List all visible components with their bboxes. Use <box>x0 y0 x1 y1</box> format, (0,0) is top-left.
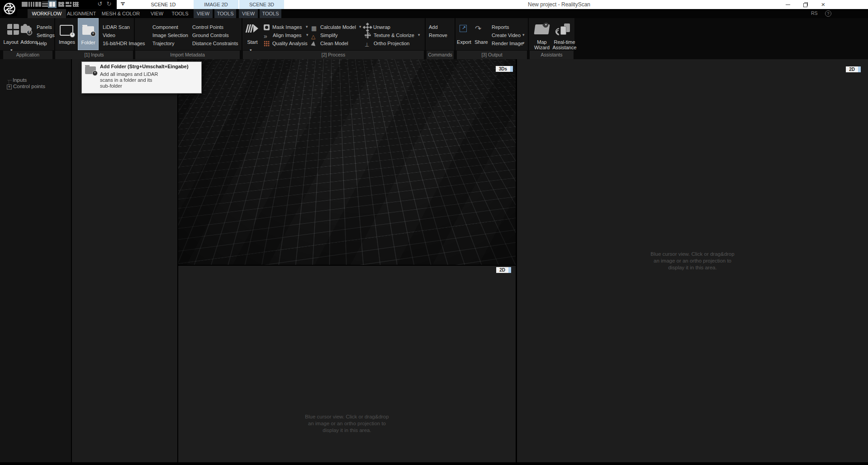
start-dropdown-icon[interactable] <box>250 45 255 50</box>
view-mode-tag-2d[interactable]: 2D <box>496 267 511 273</box>
tab-view[interactable]: VIEW <box>148 9 166 18</box>
drop-hint-text: Blue cursor view. Click or drag&drop an … <box>178 413 516 434</box>
section-divider <box>425 18 426 50</box>
add-images-button[interactable]: Images <box>57 39 77 45</box>
tab-tools[interactable]: TOOLS <box>170 9 190 18</box>
trajectory-button[interactable]: Trajectory <box>152 40 175 47</box>
tab-scene-3d[interactable]: SCENE 3D <box>239 0 284 9</box>
align-images-button[interactable]: Align Images <box>264 32 311 39</box>
minimize-button[interactable] <box>781 0 795 9</box>
chevron-down-icon[interactable] <box>522 33 527 38</box>
simplify-button[interactable]: Simplify <box>311 32 338 39</box>
tab-alignment[interactable]: ALIGNMENT <box>67 9 96 18</box>
add-command-button[interactable]: Add <box>429 24 438 30</box>
layout-preset-rows-icon[interactable] <box>42 2 48 7</box>
ground-controls-button[interactable]: Ground Controls <box>192 32 229 38</box>
tab-tools-image2d[interactable]: TOOLS <box>214 9 236 18</box>
tab-image-2d[interactable]: IMAGE 2D <box>194 0 238 9</box>
remove-command-button[interactable]: Remove <box>429 32 447 38</box>
addons-button[interactable]: Addons <box>19 39 39 45</box>
panels-button[interactable]: Panels <box>37 24 52 30</box>
view-mode-tag-2d-right[interactable]: 2D <box>846 66 861 72</box>
redo-icon[interactable] <box>105 0 113 8</box>
layout-preset-grid-icon[interactable] <box>58 2 64 7</box>
layout-icon[interactable] <box>7 24 19 35</box>
layout-preset-selected[interactable] <box>48 0 57 8</box>
tab-scene-1d[interactable]: SCENE 1D <box>136 0 191 9</box>
reports-button[interactable]: Reports <box>492 24 509 30</box>
control-points-button[interactable]: Control Points <box>192 24 223 30</box>
mask-images-button[interactable]: Mask Images <box>264 23 310 31</box>
view-mode-tag-3ds[interactable]: 3Ds <box>496 66 513 72</box>
button-label: Simplify <box>320 33 338 38</box>
help-button[interactable]: Help <box>37 40 47 47</box>
right-2d-view[interactable]: 2D Blue cursor view. Click or drag&drop … <box>517 59 868 462</box>
image-selection-button[interactable]: Image Selection <box>152 32 188 38</box>
close-button[interactable] <box>816 0 830 9</box>
tab-tools-scene3d[interactable]: TOOLS <box>260 9 281 18</box>
addons-puzzle-icon[interactable] <box>21 26 30 33</box>
share-button[interactable]: Share <box>473 39 489 45</box>
quality-analysis-button[interactable]: Quality Analysis <box>264 40 308 47</box>
tree-item-inputs[interactable]: Inputs <box>13 77 27 83</box>
expand-icon[interactable] <box>7 85 12 89</box>
clean-model-button[interactable]: Clean Model <box>311 40 348 47</box>
chevron-down-icon[interactable] <box>306 33 311 38</box>
chevron-down-icon[interactable] <box>306 24 310 30</box>
render-image-button[interactable]: Render Image <box>492 40 527 47</box>
section-label-output: [3] Output <box>457 51 527 59</box>
unwrap-button[interactable]: Unwrap <box>365 23 390 31</box>
help-icon[interactable] <box>825 10 831 17</box>
tab-workflow[interactable]: WORKFLOW <box>28 9 66 18</box>
scene-3d-view[interactable]: 3Ds <box>178 59 516 265</box>
export-button[interactable]: Export <box>454 39 474 45</box>
settings-button[interactable]: Settings <box>37 32 55 38</box>
export-icon[interactable] <box>460 25 467 32</box>
chevron-down-icon[interactable] <box>359 24 364 30</box>
inputs-list-panel[interactable] <box>72 59 177 462</box>
hdr-images-button[interactable]: 16-bit/HDR Images <box>103 40 145 47</box>
tooltip-line: Add all images and LiDAR <box>100 71 158 77</box>
customize-toolbar-icon[interactable] <box>120 1 125 8</box>
calculate-model-button[interactable]: Calculate Model <box>311 23 364 31</box>
add-images-icon[interactable] <box>60 25 73 36</box>
layout-preset-two-pane-icon[interactable] <box>35 2 41 7</box>
layout-preset-single-icon[interactable] <box>22 2 28 7</box>
scene-tree-panel[interactable]: Inputs Control points <box>0 59 71 462</box>
realtime-assistance-icon[interactable] <box>556 23 570 35</box>
chevron-down-icon[interactable] <box>522 41 527 46</box>
realityscan-logo-icon[interactable] <box>1 1 18 16</box>
map-wizard-button[interactable]: MapWizard <box>531 39 553 50</box>
layout-preset-mixed-icon[interactable] <box>66 2 71 7</box>
distance-constraints-button[interactable]: Distance Constraints <box>192 40 238 47</box>
start-icon[interactable] <box>247 23 258 33</box>
layout-preset-columns-icon[interactable] <box>28 2 34 7</box>
tab-view-image2d[interactable]: VIEW <box>194 9 213 18</box>
lidar-scan-button[interactable]: LiDAR Scan <box>103 24 130 30</box>
account-badge[interactable]: RS <box>811 10 818 16</box>
realtime-assistance-button[interactable]: Real-timeAssistance <box>552 39 577 50</box>
create-video-button[interactable]: Create Video <box>492 32 527 39</box>
share-icon[interactable] <box>475 24 481 30</box>
tab-view-scene3d[interactable]: VIEW <box>239 9 258 18</box>
layout-preset-dense-grid-icon[interactable] <box>73 2 79 7</box>
tab-mesh-color[interactable]: MESH & COLOR <box>100 9 142 18</box>
button-label: Create Video <box>492 33 521 38</box>
layout-button[interactable]: Layout <box>1 39 21 45</box>
texture-colorize-button[interactable]: Texture & Colorize <box>365 32 422 39</box>
image-2d-view[interactable]: 2D Blue cursor view. Click or drag&drop … <box>178 266 516 462</box>
clean-model-icon <box>311 41 316 46</box>
restore-button[interactable] <box>798 0 812 9</box>
map-wizard-icon[interactable] <box>534 24 550 34</box>
title-bar: SCENE 1D IMAGE 2D SCENE 3D New project -… <box>0 0 868 9</box>
component-button[interactable]: Component <box>152 24 178 30</box>
chevron-down-icon[interactable] <box>418 33 422 38</box>
ortho-projection-button[interactable]: Ortho Projection <box>365 40 409 47</box>
layout-dropdown-icon[interactable] <box>10 45 16 50</box>
mask-images-icon <box>264 24 270 30</box>
start-button[interactable]: Start <box>243 39 261 45</box>
undo-icon[interactable] <box>96 0 104 8</box>
add-folder-button[interactable]: Folder <box>78 18 99 50</box>
tree-item-control-points[interactable]: Control points <box>13 84 45 89</box>
video-button[interactable]: Video <box>103 32 115 38</box>
